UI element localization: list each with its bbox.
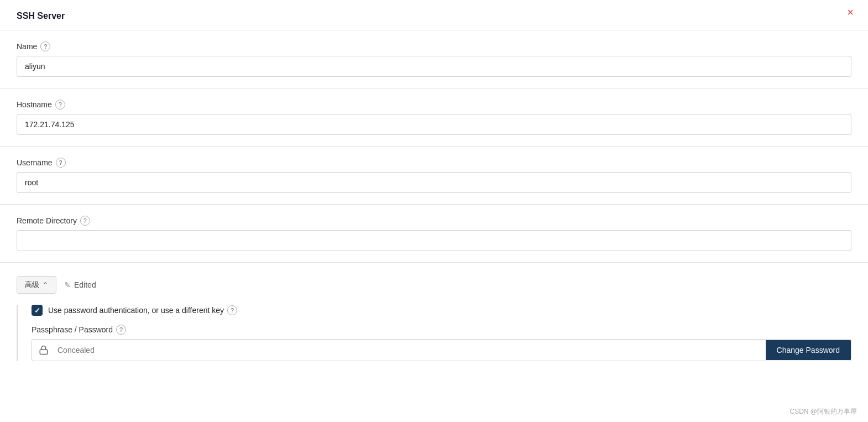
- advanced-content: ✓ Use password authentication, or use a …: [17, 305, 851, 361]
- advanced-toggle-area: 高级 ⌃ ✎ Edited: [17, 276, 851, 294]
- edited-indicator: ✎ Edited: [64, 280, 96, 289]
- checkmark-icon: ✓: [34, 306, 40, 315]
- name-help-icon[interactable]: ?: [40, 41, 50, 51]
- passphrase-section: Passphrase / Password ? Change Password: [32, 325, 851, 361]
- name-divider: [0, 88, 868, 88]
- hostname-input[interactable]: [17, 114, 851, 135]
- remote-directory-help-icon[interactable]: ?: [80, 216, 90, 226]
- username-help-icon[interactable]: ?: [56, 158, 66, 168]
- dialog-header: SSH Server ×: [17, 11, 851, 21]
- advanced-toggle-button[interactable]: 高级 ⌃: [17, 276, 56, 294]
- hostname-label: Hostname ?: [17, 100, 851, 110]
- remote-directory-field-group: Remote Directory ?: [17, 216, 851, 251]
- remote-directory-label: Remote Directory ?: [17, 216, 851, 226]
- passphrase-label: Passphrase / Password ?: [32, 325, 851, 335]
- watermark: CSDN @阿银的万事屋: [789, 407, 857, 416]
- passphrase-help-icon[interactable]: ?: [116, 325, 126, 335]
- edited-text: Edited: [74, 280, 96, 289]
- username-label: Username ?: [17, 158, 851, 168]
- username-input[interactable]: [17, 172, 851, 193]
- change-password-button[interactable]: Change Password: [766, 340, 851, 360]
- advanced-toggle-label: 高级: [25, 280, 39, 290]
- password-input-row: Change Password: [32, 339, 851, 361]
- lock-icon: [32, 340, 55, 361]
- password-auth-help-icon[interactable]: ?: [227, 305, 237, 315]
- remote-directory-divider: [0, 262, 868, 263]
- password-auth-label: Use password authentication, or use a di…: [48, 305, 237, 315]
- hostname-divider: [0, 146, 868, 147]
- header-divider: [0, 30, 868, 30]
- name-label: Name ?: [17, 41, 851, 51]
- svg-rect-0: [40, 350, 48, 354]
- remote-directory-input[interactable]: [17, 230, 851, 251]
- ssh-server-dialog: SSH Server × Name ? Hostname ? Username …: [0, 0, 868, 422]
- password-auth-checkbox[interactable]: ✓: [32, 305, 43, 316]
- close-button[interactable]: ×: [844, 6, 857, 19]
- username-divider: [0, 204, 868, 205]
- name-field-group: Name ?: [17, 41, 851, 77]
- concealed-input[interactable]: [55, 340, 766, 360]
- advanced-section: 高级 ⌃ ✎ Edited ✓ Use password authenticat…: [17, 276, 851, 361]
- dialog-title: SSH Server: [17, 11, 65, 21]
- password-auth-checkbox-row: ✓ Use password authentication, or use a …: [32, 305, 851, 316]
- hostname-help-icon[interactable]: ?: [55, 100, 65, 110]
- chevron-up-icon: ⌃: [43, 281, 48, 289]
- name-input[interactable]: [17, 56, 851, 77]
- username-field-group: Username ?: [17, 158, 851, 193]
- pencil-icon: ✎: [64, 280, 71, 289]
- hostname-field-group: Hostname ?: [17, 100, 851, 135]
